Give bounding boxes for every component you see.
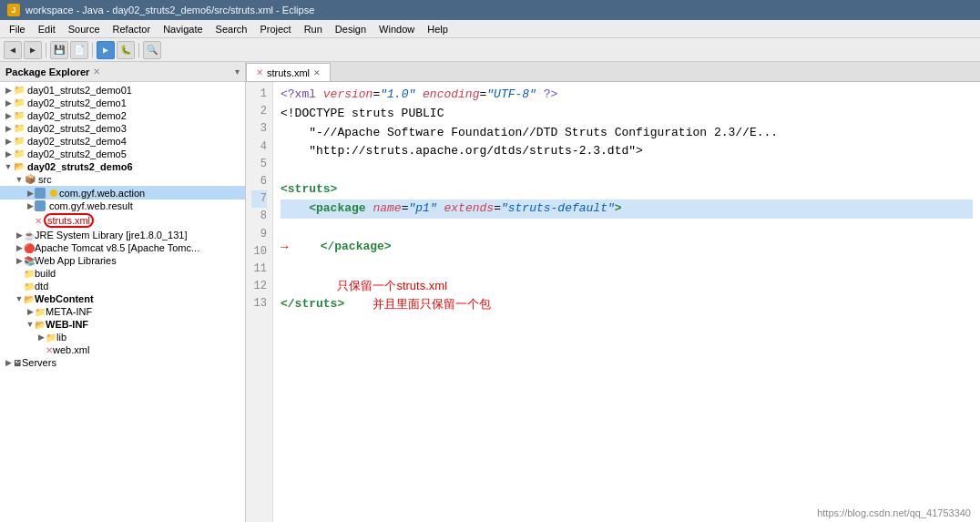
toolbar-run[interactable]: ▶ bbox=[97, 41, 115, 59]
toolbar-new[interactable]: 📄 bbox=[70, 41, 88, 59]
toolbar-save[interactable]: 💾 bbox=[50, 41, 68, 59]
code-line-13 bbox=[281, 314, 973, 333]
project-icon: 📁 bbox=[13, 85, 26, 96]
tree-item-build[interactable]: 📁 build bbox=[0, 267, 245, 280]
sidebar-menu-icon[interactable]: ▾ bbox=[235, 67, 240, 77]
menu-design[interactable]: Design bbox=[330, 23, 372, 36]
tree-item-weblibs[interactable]: ▶ 📚 Web App Libraries bbox=[0, 254, 245, 267]
label-day02-demo3: day02_struts2_demo3 bbox=[27, 123, 127, 134]
web-xml-icon: ✕ bbox=[46, 345, 53, 355]
menu-edit[interactable]: Edit bbox=[33, 23, 61, 36]
code-line-7: <package name="p1" extends="struts-defau… bbox=[281, 200, 973, 219]
arrow-day02-demo1: ▶ bbox=[4, 98, 13, 107]
src-icon: 📦 bbox=[24, 174, 36, 185]
label-struts-xml: struts.xml bbox=[44, 213, 94, 228]
toolbar-forward[interactable]: ▶ bbox=[24, 41, 42, 59]
weblibs-icon: 📚 bbox=[24, 256, 35, 266]
arrow-src: ▼ bbox=[15, 175, 24, 184]
xml-file-icon: ✕ bbox=[35, 216, 42, 226]
toolbar-search[interactable]: 🔍 bbox=[143, 41, 161, 59]
tree-item-action[interactable]: ▶ com.gyf.web.action bbox=[0, 186, 245, 200]
sidebar-tree: ▶ 📁 day01_struts2_demo01 ▶ 📁 day02_strut… bbox=[0, 82, 245, 522]
tree-item-webcontent[interactable]: ▼ 📂 WebContent bbox=[0, 292, 245, 305]
main-layout: Package Explorer ✕ ▾ ▶ 📁 day01_struts2_d… bbox=[0, 62, 980, 522]
jre-icon: ☕ bbox=[24, 230, 35, 241]
tree-item-day02-demo4[interactable]: ▶ 📁 day02_struts2_demo4 bbox=[0, 135, 245, 148]
sidebar-close-x: ✕ bbox=[93, 67, 100, 77]
arrow-result: ▶ bbox=[26, 201, 35, 210]
toolbar-sep1 bbox=[46, 43, 46, 57]
arrow-day02-demo4: ▶ bbox=[4, 137, 13, 146]
tree-item-meta-inf[interactable]: ▶ 📁 META-INF bbox=[0, 305, 245, 318]
tree-item-struts-xml[interactable]: ✕ struts.xml bbox=[0, 212, 245, 229]
tree-item-day02-demo1[interactable]: ▶ 📁 day02_struts2_demo1 bbox=[0, 97, 245, 109]
build-icon: 📁 bbox=[24, 269, 35, 279]
arrow-tomcat: ▶ bbox=[15, 243, 24, 252]
tree-item-day02-demo5[interactable]: ▶ 📁 day02_struts2_demo5 bbox=[0, 148, 245, 160]
code-editor: 1 2 3 4 5 6 7 8 9 10 11 12 13 <?xml vers… bbox=[246, 82, 980, 522]
project-icon5: 📁 bbox=[13, 136, 26, 147]
webcontent-icon: 📂 bbox=[24, 294, 35, 304]
menu-file[interactable]: File bbox=[4, 23, 31, 36]
arrow-day02-demo2: ▶ bbox=[4, 111, 13, 120]
toolbar-sep2 bbox=[92, 43, 93, 57]
code-line-5 bbox=[281, 161, 973, 180]
toolbar-debug[interactable]: 🐛 bbox=[117, 41, 135, 59]
label-day02-demo1: day02_struts2_demo1 bbox=[27, 97, 127, 108]
tree-item-web-inf[interactable]: ▼ 📂 WEB-INF bbox=[0, 318, 245, 331]
code-line-12: </struts> 并且里面只保留一个包 bbox=[281, 295, 973, 314]
tree-item-day01[interactable]: ▶ 📁 day01_struts2_demo01 bbox=[0, 84, 245, 97]
project-icon6: 📁 bbox=[13, 148, 26, 159]
web-inf-icon: 📂 bbox=[35, 320, 46, 330]
label-jre: JRE System Library [jre1.8.0_131] bbox=[35, 230, 188, 241]
label-weblibs: Web App Libraries bbox=[35, 255, 117, 266]
label-result: com.gyf.web.result bbox=[49, 200, 133, 211]
tree-item-src[interactable]: ▼ 📦 src bbox=[0, 173, 245, 186]
tab-close-btn[interactable]: ✕ bbox=[313, 68, 321, 77]
project-icon2: 📁 bbox=[13, 97, 26, 108]
tree-item-day02-demo2[interactable]: ▶ 📁 day02_struts2_demo2 bbox=[0, 109, 245, 122]
toolbar-back[interactable]: ◀ bbox=[4, 41, 22, 59]
tree-item-dtd[interactable]: 📁 dtd bbox=[0, 280, 245, 292]
project-icon7: 📂 bbox=[13, 161, 26, 172]
editor-area: ✕ struts.xml ✕ 1 2 3 4 5 6 7 8 9 10 11 1… bbox=[246, 62, 980, 522]
menu-search[interactable]: Search bbox=[210, 23, 253, 36]
package-explorer: Package Explorer ✕ ▾ ▶ 📁 day01_struts2_d… bbox=[0, 62, 246, 522]
tree-item-web-xml[interactable]: ✕ web.xml bbox=[0, 343, 245, 356]
tab-label: struts.xml bbox=[267, 67, 310, 78]
arrow-action: ▶ bbox=[26, 189, 35, 198]
sidebar-header: Package Explorer ✕ ▾ bbox=[0, 62, 245, 82]
tree-item-result[interactable]: ▶ com.gyf.web.result bbox=[0, 200, 245, 212]
menu-help[interactable]: Help bbox=[422, 23, 454, 36]
arrow-web-inf: ▼ bbox=[26, 320, 35, 329]
code-content[interactable]: <?xml version="1.0" encoding="UTF-8" ?> … bbox=[273, 82, 980, 522]
menu-source[interactable]: Source bbox=[63, 23, 106, 36]
code-line-2: <!DOCTYPE struts PUBLIC bbox=[281, 105, 973, 124]
tree-item-jre[interactable]: ▶ ☕ JRE System Library [jre1.8.0_131] bbox=[0, 229, 245, 241]
menu-navigate[interactable]: Navigate bbox=[158, 23, 208, 36]
arrow-day02-demo5: ▶ bbox=[4, 149, 13, 159]
label-lib: lib bbox=[56, 332, 66, 343]
label-dtd: dtd bbox=[35, 281, 48, 292]
project-icon3: 📁 bbox=[13, 110, 26, 121]
menu-window[interactable]: Window bbox=[373, 23, 420, 36]
code-line-1: <?xml version="1.0" encoding="UTF-8" ?> bbox=[281, 86, 973, 105]
menu-run[interactable]: Run bbox=[299, 23, 328, 36]
tree-item-servers[interactable]: ▶ 🖥 Servers bbox=[0, 356, 245, 369]
code-line-3: "-//Apache Software Foundation//DTD Stru… bbox=[281, 124, 973, 143]
arrow-servers: ▶ bbox=[4, 358, 13, 367]
label-action: com.gyf.web.action bbox=[59, 188, 145, 199]
label-day02-demo4: day02_struts2_demo4 bbox=[27, 136, 127, 147]
tree-item-day02-demo3[interactable]: ▶ 📁 day02_struts2_demo3 bbox=[0, 122, 245, 135]
tree-item-tomcat[interactable]: ▶ 🔴 Apache Tomcat v8.5 [Apache Tomc... bbox=[0, 241, 245, 254]
label-src: src bbox=[38, 174, 52, 185]
tree-item-day02-demo6[interactable]: ▼ 📂 day02_struts2_demo6 bbox=[0, 160, 245, 173]
menu-project[interactable]: Project bbox=[254, 23, 296, 36]
arrow-jre: ▶ bbox=[15, 230, 24, 240]
label-day02-demo5: day02_struts2_demo5 bbox=[27, 148, 127, 159]
tree-item-lib[interactable]: ▶ 📁 lib bbox=[0, 331, 245, 343]
menu-refactor[interactable]: Refactor bbox=[107, 23, 157, 36]
package-icon-result bbox=[35, 200, 46, 211]
label-tomcat: Apache Tomcat v8.5 [Apache Tomc... bbox=[35, 242, 199, 253]
editor-tab-struts[interactable]: ✕ struts.xml ✕ bbox=[246, 63, 331, 81]
